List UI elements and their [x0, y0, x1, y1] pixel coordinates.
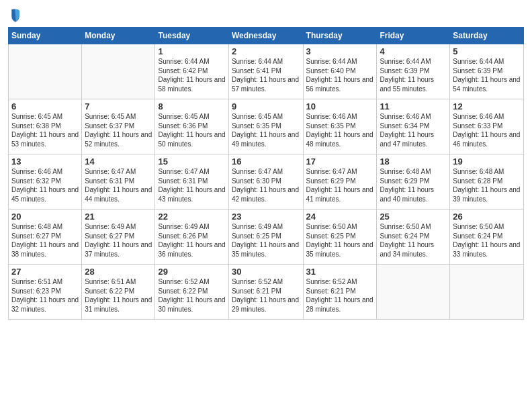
calendar-cell: 4Sunrise: 6:44 AM Sunset: 6:39 PM Daylig… [377, 44, 450, 99]
day-number: 1 [158, 46, 225, 56]
day-info: Sunrise: 6:50 AM Sunset: 6:24 PM Dayligh… [453, 222, 521, 259]
day-number: 20 [11, 212, 79, 222]
calendar-cell: 29Sunrise: 6:52 AM Sunset: 6:22 PM Dayli… [155, 265, 228, 320]
calendar-cell: 26Sunrise: 6:50 AM Sunset: 6:24 PM Dayli… [450, 210, 524, 265]
day-number: 8 [158, 101, 225, 111]
calendar-cell: 10Sunrise: 6:46 AM Sunset: 6:35 PM Dayli… [303, 99, 377, 154]
logo-icon [9, 8, 21, 23]
day-info: Sunrise: 6:46 AM Sunset: 6:32 PM Dayligh… [11, 167, 79, 203]
header-day-tuesday: Tuesday [155, 28, 228, 44]
day-number: 30 [232, 267, 300, 277]
header-row: SundayMondayTuesdayWednesdayThursdayFrid… [9, 28, 524, 44]
day-number: 25 [380, 212, 447, 222]
calendar-cell [82, 44, 155, 99]
calendar-cell: 16Sunrise: 6:47 AM Sunset: 6:30 PM Dayli… [228, 154, 303, 210]
day-info: Sunrise: 6:47 AM Sunset: 6:31 PM Dayligh… [158, 167, 225, 203]
day-info: Sunrise: 6:50 AM Sunset: 6:25 PM Dayligh… [306, 222, 374, 259]
day-number: 9 [232, 101, 300, 111]
day-number: 13 [11, 156, 79, 167]
day-number: 7 [85, 101, 152, 111]
calendar-cell: 24Sunrise: 6:50 AM Sunset: 6:25 PM Dayli… [303, 210, 377, 265]
header [8, 7, 524, 23]
day-number: 28 [85, 267, 152, 277]
calendar-cell: 23Sunrise: 6:49 AM Sunset: 6:25 PM Dayli… [228, 210, 303, 265]
calendar-cell: 6Sunrise: 6:45 AM Sunset: 6:38 PM Daylig… [9, 99, 82, 154]
calendar-cell: 15Sunrise: 6:47 AM Sunset: 6:31 PM Dayli… [155, 154, 228, 210]
calendar-cell: 8Sunrise: 6:45 AM Sunset: 6:36 PM Daylig… [155, 99, 228, 154]
day-number: 10 [306, 101, 374, 111]
day-number: 6 [11, 101, 79, 111]
calendar-cell [9, 44, 82, 99]
calendar-cell: 14Sunrise: 6:47 AM Sunset: 6:31 PM Dayli… [82, 154, 155, 210]
day-number: 16 [232, 156, 300, 167]
day-info: Sunrise: 6:49 AM Sunset: 6:26 PM Dayligh… [158, 222, 225, 259]
day-info: Sunrise: 6:47 AM Sunset: 6:29 PM Dayligh… [306, 167, 374, 203]
week-row-2: 6Sunrise: 6:45 AM Sunset: 6:38 PM Daylig… [9, 99, 524, 154]
day-number: 17 [306, 156, 374, 167]
day-number: 26 [453, 212, 521, 222]
header-day-sunday: Sunday [9, 28, 82, 44]
day-number: 15 [158, 156, 225, 167]
day-number: 27 [11, 267, 79, 277]
day-info: Sunrise: 6:46 AM Sunset: 6:35 PM Dayligh… [306, 112, 374, 148]
header-day-thursday: Thursday [303, 28, 377, 44]
day-number: 23 [232, 212, 300, 222]
day-number: 3 [306, 46, 374, 56]
calendar-cell: 18Sunrise: 6:48 AM Sunset: 6:29 PM Dayli… [377, 154, 450, 210]
calendar-cell: 12Sunrise: 6:46 AM Sunset: 6:33 PM Dayli… [450, 99, 524, 154]
day-info: Sunrise: 6:52 AM Sunset: 6:21 PM Dayligh… [232, 277, 300, 314]
day-number: 29 [158, 267, 225, 277]
calendar-cell: 13Sunrise: 6:46 AM Sunset: 6:32 PM Dayli… [9, 154, 82, 210]
calendar-cell: 1Sunrise: 6:44 AM Sunset: 6:42 PM Daylig… [155, 44, 228, 99]
calendar-cell: 7Sunrise: 6:45 AM Sunset: 6:37 PM Daylig… [82, 99, 155, 154]
calendar-cell: 21Sunrise: 6:49 AM Sunset: 6:27 PM Dayli… [82, 210, 155, 265]
header-day-monday: Monday [82, 28, 155, 44]
calendar-cell: 27Sunrise: 6:51 AM Sunset: 6:23 PM Dayli… [9, 265, 82, 320]
page-container: SundayMondayTuesdayWednesdayThursdayFrid… [0, 0, 532, 325]
calendar-cell: 3Sunrise: 6:44 AM Sunset: 6:40 PM Daylig… [303, 44, 377, 99]
header-day-saturday: Saturday [450, 28, 524, 44]
day-info: Sunrise: 6:44 AM Sunset: 6:42 PM Dayligh… [158, 57, 225, 93]
calendar-cell: 9Sunrise: 6:45 AM Sunset: 6:35 PM Daylig… [228, 99, 303, 154]
day-number: 2 [232, 46, 300, 56]
day-info: Sunrise: 6:48 AM Sunset: 6:27 PM Dayligh… [11, 222, 79, 259]
day-info: Sunrise: 6:48 AM Sunset: 6:29 PM Dayligh… [380, 167, 447, 203]
day-number: 21 [85, 212, 152, 222]
calendar-cell: 28Sunrise: 6:51 AM Sunset: 6:22 PM Dayli… [82, 265, 155, 320]
day-info: Sunrise: 6:49 AM Sunset: 6:27 PM Dayligh… [85, 222, 152, 259]
week-row-5: 27Sunrise: 6:51 AM Sunset: 6:23 PM Dayli… [9, 265, 524, 320]
day-info: Sunrise: 6:45 AM Sunset: 6:37 PM Dayligh… [85, 112, 152, 148]
day-info: Sunrise: 6:44 AM Sunset: 6:39 PM Dayligh… [380, 57, 447, 93]
day-number: 5 [453, 46, 521, 56]
day-number: 22 [158, 212, 225, 222]
day-number: 12 [453, 101, 521, 111]
day-info: Sunrise: 6:52 AM Sunset: 6:21 PM Dayligh… [306, 277, 374, 314]
day-number: 18 [380, 156, 447, 167]
calendar-cell: 30Sunrise: 6:52 AM Sunset: 6:21 PM Dayli… [228, 265, 303, 320]
day-info: Sunrise: 6:45 AM Sunset: 6:38 PM Dayligh… [11, 112, 79, 148]
week-row-1: 1Sunrise: 6:44 AM Sunset: 6:42 PM Daylig… [9, 44, 524, 99]
day-number: 31 [306, 267, 374, 277]
day-info: Sunrise: 6:44 AM Sunset: 6:40 PM Dayligh… [306, 57, 374, 93]
header-day-friday: Friday [377, 28, 450, 44]
day-info: Sunrise: 6:52 AM Sunset: 6:22 PM Dayligh… [158, 277, 225, 314]
calendar-cell [450, 265, 524, 320]
day-info: Sunrise: 6:44 AM Sunset: 6:41 PM Dayligh… [232, 57, 300, 93]
day-info: Sunrise: 6:49 AM Sunset: 6:25 PM Dayligh… [232, 222, 300, 259]
day-info: Sunrise: 6:48 AM Sunset: 6:28 PM Dayligh… [453, 167, 521, 203]
day-number: 14 [85, 156, 152, 167]
day-info: Sunrise: 6:51 AM Sunset: 6:22 PM Dayligh… [85, 277, 152, 314]
calendar-cell: 25Sunrise: 6:50 AM Sunset: 6:24 PM Dayli… [377, 210, 450, 265]
week-row-3: 13Sunrise: 6:46 AM Sunset: 6:32 PM Dayli… [9, 154, 524, 210]
day-info: Sunrise: 6:47 AM Sunset: 6:30 PM Dayligh… [232, 167, 300, 203]
week-row-4: 20Sunrise: 6:48 AM Sunset: 6:27 PM Dayli… [9, 210, 524, 265]
day-info: Sunrise: 6:47 AM Sunset: 6:31 PM Dayligh… [85, 167, 152, 203]
calendar-cell [377, 265, 450, 320]
logo [8, 9, 21, 23]
calendar-cell: 2Sunrise: 6:44 AM Sunset: 6:41 PM Daylig… [228, 44, 303, 99]
day-number: 4 [380, 46, 447, 56]
day-number: 11 [380, 101, 447, 111]
header-day-wednesday: Wednesday [228, 28, 303, 44]
calendar-cell: 17Sunrise: 6:47 AM Sunset: 6:29 PM Dayli… [303, 154, 377, 210]
calendar-table: SundayMondayTuesdayWednesdayThursdayFrid… [8, 27, 524, 320]
